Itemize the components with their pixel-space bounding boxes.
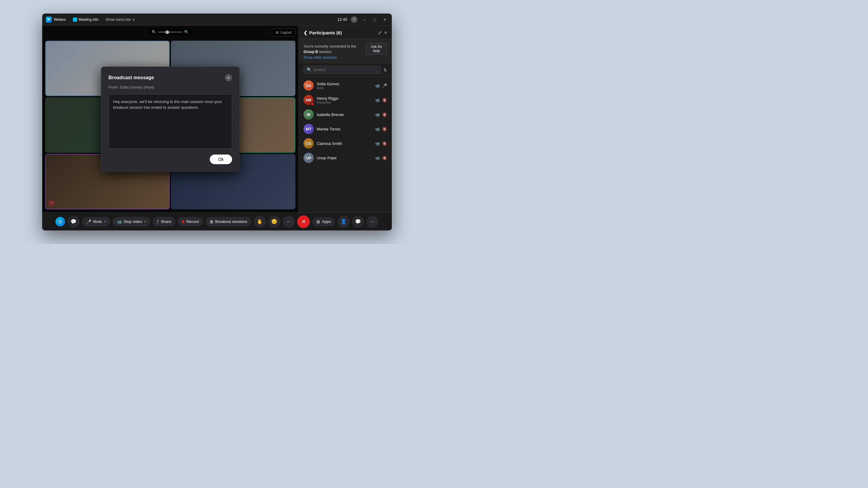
record-dot-icon [182, 221, 184, 223]
participant-controls: 📹 🔇 [375, 127, 387, 131]
breakout-sessions-button[interactable]: ⊞ Breakout sessions [206, 217, 251, 227]
share-label: Share [161, 219, 171, 224]
chevron-down-icon: ∨ [132, 18, 135, 22]
panel-title: ❮ Participants (6) [304, 30, 342, 36]
help-icon: ? [353, 18, 355, 22]
participant-controls: 📹 🔇 [375, 141, 387, 146]
list-item: IB Isabella Brenan 📹 🔇 [299, 107, 392, 122]
apps-button[interactable]: ⊞ Apps [312, 217, 335, 227]
share-icon: ⤴ [157, 219, 159, 224]
pop-out-button[interactable]: ⤢ [378, 30, 382, 36]
search-icon: 🔍 [307, 67, 312, 72]
mic-muted-icon: 🔇 [382, 141, 387, 146]
video-icon: 📹 [375, 98, 380, 102]
ok-button[interactable]: Ok [210, 155, 232, 164]
mic-muted-icon: 🔇 [382, 98, 387, 102]
raise-hand-button[interactable]: ✋ [254, 216, 266, 228]
close-button[interactable]: × [381, 16, 388, 23]
search-input[interactable] [313, 67, 378, 72]
chevron-down-icon: ▾ [144, 220, 146, 223]
video-area: 🔍 🔍 ⊞ Layout 🎤 [42, 26, 299, 213]
avatar: SG [304, 80, 314, 91]
app-window: W Webex Meeting info Show menu bar ∨ 12:… [42, 13, 392, 230]
show-menu-label: Show menu bar [106, 18, 131, 22]
title-bar: W Webex Meeting info Show menu bar ∨ 12:… [42, 13, 392, 26]
minimize-button[interactable]: − [361, 16, 368, 23]
participant-controls: 📹 🔇 [375, 112, 387, 117]
maximize-icon: □ [373, 17, 376, 22]
chevron-down-icon: ❮ [304, 30, 307, 36]
participant-name: Isabella Brenan [317, 112, 372, 117]
session-info-row: You're currently connected to the Group … [304, 44, 387, 55]
list-item: HR Henry Riggs Presenter 📹 🔇 [299, 93, 392, 107]
maximize-button[interactable]: □ [371, 16, 378, 23]
modal-overlay: Broadcast message × From: Sofia Gomez (H… [42, 26, 299, 213]
apps-label: Apps [322, 219, 331, 224]
video-icon: 📹 [375, 112, 380, 117]
video-icon: 📹 [117, 219, 122, 224]
session-banner-text: You're currently connected to the Group … [304, 44, 366, 55]
avatar: UP [304, 153, 314, 163]
webex-ai-icon[interactable]: ◎ [56, 217, 65, 227]
ask-help-button[interactable]: Ask for help [366, 43, 387, 55]
video-icon: 📹 [375, 156, 380, 160]
search-input-wrap: 🔍 [304, 66, 381, 74]
participants-button[interactable]: 👤 [338, 216, 350, 228]
list-item: CS Clarissa Smith 📹 🔇 [299, 136, 392, 151]
modal-from: From: Sofia Gomez (Host) [108, 85, 232, 90]
recording-indicator [311, 102, 314, 106]
more-menu-button[interactable]: ··· [367, 216, 378, 228]
modal-message: Hey everyone, we'll be returning to the … [108, 94, 232, 149]
meeting-info-button[interactable]: Meeting info [70, 17, 101, 23]
end-call-button[interactable]: ✕ [297, 216, 310, 228]
show-menu-button[interactable]: Show menu bar ∨ [106, 18, 135, 22]
main-content: 🔍 🔍 ⊞ Layout 🎤 [42, 26, 392, 213]
mic-muted-icon: 🔇 [382, 112, 387, 117]
participant-info: Clarissa Smith [317, 141, 372, 146]
stop-video-button[interactable]: 📹 Stop video ▾ [113, 217, 150, 227]
avatar: MT [304, 124, 314, 134]
end-call-icon: ✕ [301, 218, 306, 225]
sort-button[interactable]: ⇅ [383, 67, 387, 72]
stop-video-label: Stop video [124, 219, 142, 224]
participant-role: Host [317, 86, 372, 90]
modal-header: Broadcast message × [108, 74, 232, 82]
participant-role: Presenter [317, 101, 372, 104]
minimize-icon: − [363, 17, 366, 22]
webex-label: Webex [54, 17, 66, 22]
meeting-info-label: Meeting info [79, 18, 98, 22]
participant-controls: 📹 🔇 [375, 156, 387, 160]
reactions-button[interactable]: 😊 [268, 216, 280, 228]
participant-info: Sofia Gomez Host [317, 82, 372, 90]
list-item: UP Umar Patel 📹 🔇 [299, 151, 392, 165]
time-display: 12:40 [337, 17, 347, 22]
participant-controls: 📹 🎤 [375, 84, 387, 88]
modal-title: Broadcast message [108, 75, 154, 80]
panel-close-button[interactable]: × [384, 30, 387, 36]
broadcast-modal: Broadcast message × From: Sofia Gomez (H… [101, 67, 240, 172]
panel-header: ❮ Participants (6) ⤢ × [299, 26, 392, 39]
mic-muted-icon: 🔇 [382, 156, 387, 160]
mic-icon: 🎤 [382, 84, 387, 88]
title-bar-left: W Webex Meeting info Show menu bar ∨ [46, 17, 337, 23]
modal-close-button[interactable]: × [225, 74, 232, 82]
messaging-button[interactable]: 💬 [352, 216, 364, 228]
participant-info: Henry Riggs Presenter [317, 96, 372, 104]
participant-info: Umar Patel [317, 156, 372, 160]
mute-label: Mute [93, 219, 102, 224]
participant-name: Clarissa Smith [317, 141, 372, 146]
chat-button[interactable]: 💬 [67, 216, 80, 228]
help-button[interactable]: ? [351, 16, 358, 23]
mic-muted-icon: 🔇 [382, 127, 387, 131]
breakout-label: Breakout sessions [215, 219, 247, 224]
participant-info: Marise Torres [317, 127, 372, 131]
record-label: Record [186, 219, 199, 224]
mic-icon: 🎤 [86, 219, 91, 224]
participant-name: Sofia Gomez [317, 82, 372, 86]
mute-button[interactable]: 🎤 Mute ▾ [82, 217, 110, 227]
share-button[interactable]: ⤴ Share [153, 217, 176, 227]
show-sessions-link[interactable]: Show other sessions [304, 56, 337, 60]
participant-name: Umar Patel [317, 156, 372, 160]
record-button[interactable]: Record [178, 217, 203, 226]
more-options-button[interactable]: ··· [283, 216, 295, 228]
